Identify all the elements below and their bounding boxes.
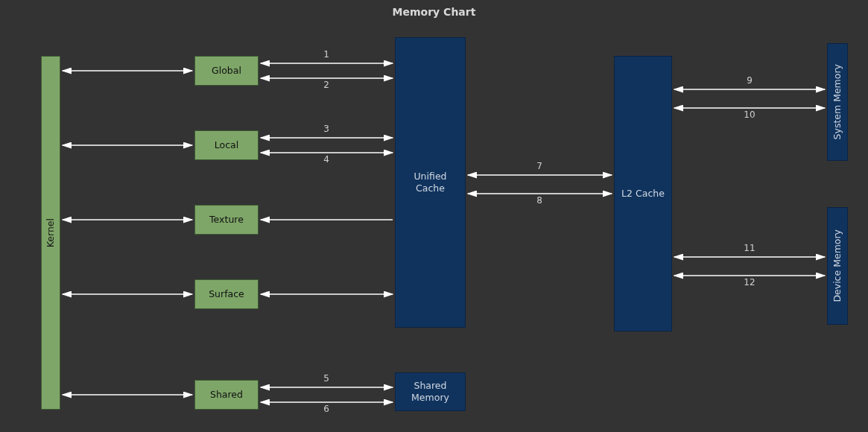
node-system-memory-label: System Memory — [831, 64, 843, 139]
edge-label-8: 8 — [536, 195, 542, 206]
edge-label-2: 2 — [323, 80, 329, 90]
node-texture: Texture — [194, 205, 259, 235]
node-device-memory-label: Device Memory — [831, 229, 843, 302]
node-shared: Shared — [194, 380, 259, 410]
edge-label-3: 3 — [323, 124, 329, 134]
node-unified-cache: Unified Cache — [395, 37, 466, 328]
node-kernel-label: Kernel — [45, 218, 57, 247]
edge-label-9: 9 — [747, 75, 753, 86]
edge-label-6: 6 — [323, 404, 329, 414]
node-system-memory: System Memory — [827, 43, 848, 161]
node-device-memory: Device Memory — [827, 207, 848, 325]
edge-label-5: 5 — [323, 373, 329, 384]
node-global: Global — [194, 56, 259, 86]
node-local: Local — [194, 130, 259, 160]
node-local-label: Local — [215, 139, 238, 151]
edge-label-7: 7 — [536, 161, 542, 171]
edge-label-4: 4 — [323, 154, 329, 165]
page-title: Memory Chart — [0, 6, 868, 18]
node-unified-cache-label: Unified Cache — [399, 171, 462, 194]
node-global-label: Global — [212, 65, 241, 77]
node-kernel: Kernel — [41, 56, 60, 410]
node-shared-memory: Shared Memory — [395, 372, 466, 411]
node-shared-memory-label: Shared Memory — [399, 380, 462, 403]
edge-label-12: 12 — [744, 277, 755, 288]
edge-label-1: 1 — [323, 49, 329, 60]
node-l2-cache-label: L2 Cache — [621, 188, 665, 200]
edge-label-11: 11 — [744, 243, 755, 253]
node-shared-label: Shared — [210, 389, 243, 401]
node-l2-cache: L2 Cache — [614, 56, 672, 331]
node-surface: Surface — [194, 279, 259, 309]
node-surface-label: Surface — [209, 288, 244, 300]
edge-label-10: 10 — [744, 109, 755, 120]
node-texture-label: Texture — [209, 214, 244, 226]
